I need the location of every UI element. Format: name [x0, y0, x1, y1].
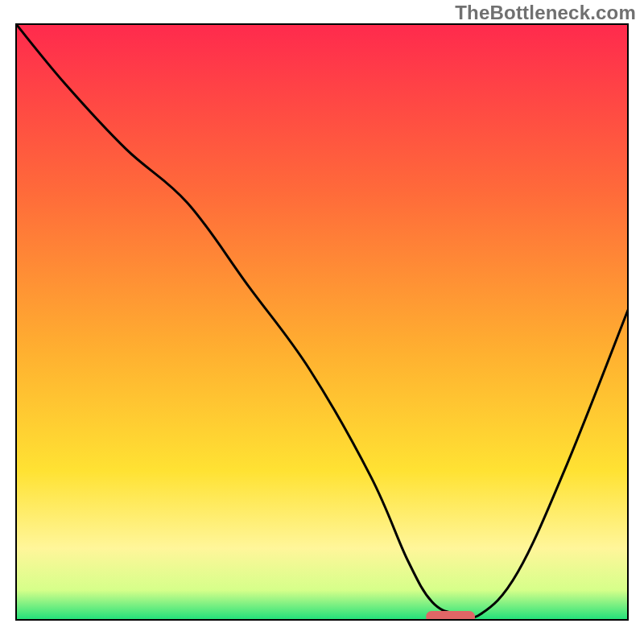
- optimal-marker: [426, 611, 475, 623]
- bottleneck-chart: [0, 0, 644, 644]
- watermark-label: TheBottleneck.com: [455, 2, 636, 24]
- plot-background: [16, 24, 628, 620]
